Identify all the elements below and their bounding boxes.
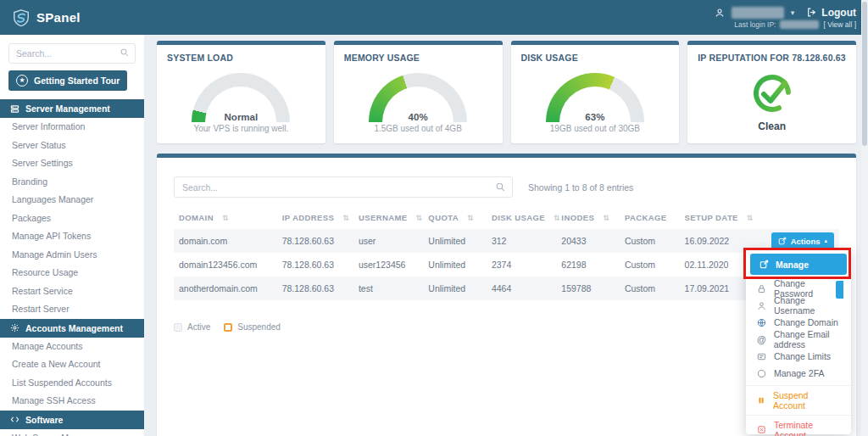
- table-row: domain.com 78.128.60.63 user Unlimited 3…: [174, 229, 839, 253]
- sliders-icon: [757, 352, 766, 361]
- sidebar-item-restart-service[interactable]: Restart Service: [0, 282, 144, 301]
- logout-button[interactable]: Logout: [806, 7, 856, 19]
- cell-package: Custom: [620, 277, 680, 300]
- menu-item-suspend-account[interactable]: Suspend Account: [746, 388, 851, 411]
- sidebar-item-packages[interactable]: Packages: [0, 210, 144, 228]
- column-header-domain[interactable]: DOMAIN⇅: [174, 206, 277, 229]
- sidebar-item-languages-manager[interactable]: Languages Manager: [0, 191, 144, 210]
- close-square-icon: [757, 425, 766, 434]
- sort-icon: ⇅: [342, 214, 349, 222]
- menu-item-manage[interactable]: Manage: [750, 254, 847, 275]
- column-header-disk-usage[interactable]: DISK USAGE⇅: [487, 206, 556, 229]
- last-login-ip-redacted: [780, 20, 819, 29]
- edit-icon: [778, 237, 787, 245]
- active-status-swatch: [174, 323, 182, 332]
- last-login-line: Last login IP: [ View all ]: [734, 20, 856, 29]
- system-load-gauge: Normal: [192, 73, 290, 122]
- sidebar-item-manage-ssh-access[interactable]: Manage SSH Access: [0, 392, 144, 411]
- lock-icon: [757, 284, 766, 293]
- sidebar-item-server-information[interactable]: Server Information: [0, 118, 144, 137]
- sidebar-item-server-settings[interactable]: Server Settings: [0, 154, 144, 173]
- sort-icon: ⇅: [416, 214, 423, 222]
- menu-item-change-email[interactable]: @ Change Email address: [746, 331, 851, 348]
- system-load-subtitle: Your VPS is running well.: [167, 124, 315, 133]
- disk-usage-card: DISK USAGE 63% 19GB used out of 30GB: [511, 41, 680, 143]
- sidebar-search-input[interactable]: [8, 43, 136, 64]
- sidebar-item-list-suspended-accounts[interactable]: List Suspended Accounts: [0, 374, 144, 393]
- menu-item-manage-2fa[interactable]: Manage 2FA: [746, 365, 851, 382]
- sidebar-item-manage-accounts[interactable]: Manage Accounts: [0, 338, 144, 356]
- column-header-setup-date[interactable]: SETUP DATE⇅: [680, 206, 760, 229]
- cell-inodes: 62198: [556, 253, 620, 277]
- page-scrollbar: [861, 0, 868, 436]
- menu-divider: [746, 385, 851, 386]
- sidebar-item-manage-admin-users[interactable]: Manage Admin Users: [0, 246, 144, 265]
- table-row: anotherdomain.com 78.128.60.63 test Unli…: [174, 277, 839, 300]
- accounts-table: DOMAIN⇅ IP ADDRESS⇅ USERNAME⇅ QUOTA⇅ DIS…: [174, 206, 839, 300]
- getting-started-tour-button[interactable]: ★ Getting Started Tour: [8, 70, 127, 91]
- external-link-icon: [760, 260, 769, 269]
- sidebar-search: [8, 43, 136, 64]
- cell-username: test: [353, 277, 423, 300]
- sort-icon: ⇅: [222, 214, 229, 222]
- cell-package: Custom: [620, 253, 680, 277]
- memory-usage-card: MEMORY USAGE 40% 1.5GB used out of 4GB: [334, 41, 503, 143]
- menu-item-change-limits[interactable]: Change Limits: [746, 348, 851, 365]
- sidebar: ★ Getting Started Tour Server Management…: [0, 35, 144, 436]
- status-cards-row: SYSTEM LOAD Normal Your VPS is running w…: [157, 41, 856, 143]
- card-title: SYSTEM LOAD: [167, 53, 315, 63]
- sidebar-item-restart-server[interactable]: Restart Server: [0, 300, 144, 319]
- chevron-down-icon[interactable]: ▾: [791, 8, 795, 17]
- view-all-link[interactable]: [ View all ]: [823, 20, 856, 29]
- cell-quota: Unlimited: [423, 253, 487, 277]
- column-header-inodes[interactable]: INODES⇅: [556, 206, 620, 229]
- column-header-quota[interactable]: QUOTA⇅: [423, 206, 487, 229]
- menu-item-change-username[interactable]: Change Username: [746, 297, 851, 314]
- gear-icon: [10, 323, 19, 333]
- column-header-package[interactable]: PACKAGE: [620, 206, 680, 229]
- cell-disk-usage: 312: [487, 229, 556, 253]
- sidebar-item-server-status[interactable]: Server Status: [0, 137, 144, 155]
- disk-usage-gauge: 63%: [546, 73, 644, 122]
- actions-button-partial: [836, 281, 843, 299]
- sidebar-item-create-new-account[interactable]: Create a New Account: [0, 355, 144, 374]
- menu-item-change-domain[interactable]: Change Domain: [746, 314, 851, 331]
- code-icon: [10, 415, 19, 424]
- cell-username: user123456: [353, 253, 423, 277]
- sidebar-section-accounts-management[interactable]: Accounts Management: [0, 319, 144, 338]
- header-right: ▾ Logout Last login IP: [ View all ]: [715, 0, 856, 35]
- suspended-status-swatch: [224, 323, 232, 332]
- cell-disk-usage: 2374: [487, 253, 556, 277]
- disk-usage-subtitle: 19GB used out of 30GB: [521, 124, 670, 133]
- table-search-input[interactable]: [174, 176, 513, 198]
- cell-ip: 78.128.60.63: [277, 229, 353, 253]
- sidebar-section-software[interactable]: Software: [0, 411, 144, 429]
- card-title: DISK USAGE: [521, 53, 670, 63]
- logout-icon: [806, 7, 817, 18]
- column-header-actions: [760, 206, 839, 229]
- sidebar-section-server-management[interactable]: Server Management: [0, 99, 144, 118]
- column-header-username[interactable]: USERNAME⇅: [353, 206, 423, 229]
- chevron-up-icon: ▴: [824, 238, 827, 244]
- username-redacted[interactable]: [732, 7, 784, 19]
- sort-icon: ⇅: [603, 214, 609, 222]
- actions-button[interactable]: Actions ▴: [771, 232, 834, 249]
- sort-icon: ⇅: [467, 214, 474, 222]
- menu-item-terminate-account[interactable]: Terminate Account: [746, 418, 851, 436]
- spanel-admin-screen: SPanel ▾ Logout Last login IP: [ Vi: [0, 0, 868, 436]
- table-search: [174, 176, 513, 198]
- sidebar-item-branding[interactable]: Branding: [0, 173, 144, 192]
- search-icon: [120, 48, 130, 58]
- sidebar-item-manage-api-tokens[interactable]: Manage API Tokens: [0, 227, 144, 246]
- menu-divider: [746, 415, 851, 416]
- column-header-ip-address[interactable]: IP ADDRESS⇅: [277, 206, 353, 229]
- sidebar-item-web-server-manager[interactable]: Web Server Manager: [0, 429, 144, 436]
- cell-disk-usage: 4464: [487, 277, 556, 300]
- ip-reputation-status: Clean: [698, 120, 846, 132]
- user-icon: [757, 301, 766, 310]
- card-title: IP REPUTATION FOR 78.128.60.63: [698, 53, 846, 63]
- scrollbar-thumb[interactable]: [862, 2, 867, 146]
- globe-icon: [757, 318, 766, 327]
- sidebar-item-resource-usage[interactable]: Resource Usage: [0, 264, 144, 282]
- table-row: domain123456.com 78.128.60.63 user123456…: [174, 253, 839, 277]
